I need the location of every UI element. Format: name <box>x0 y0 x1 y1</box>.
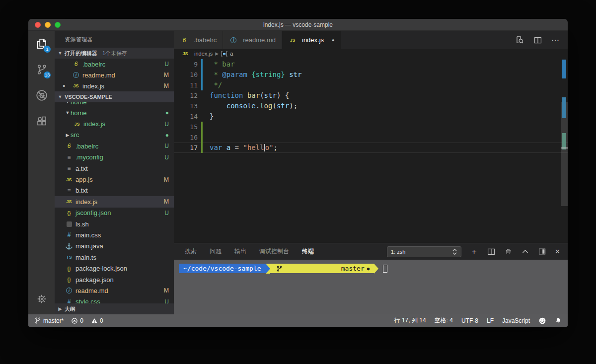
overview-ruler[interactable] <box>561 58 568 243</box>
activity-item-source-control[interactable]: 13 <box>28 57 55 82</box>
code-line[interactable]: 15 <box>174 122 568 132</box>
titlebar[interactable]: index.js — vscode-sample <box>28 19 568 31</box>
tree-item[interactable]: #style.cssU <box>55 296 174 303</box>
tab-index.js[interactable]: JSindex.js● <box>282 31 341 49</box>
code-line[interactable]: 13 console.log(str); <box>174 101 568 111</box>
breadcrumb-file[interactable]: index.js <box>194 51 213 57</box>
file-name: app.js <box>75 176 93 183</box>
code-line[interactable]: 14} <box>174 111 568 122</box>
status-label: LF <box>487 317 494 324</box>
bell-icon <box>555 317 562 324</box>
ts-icon: TS <box>65 255 74 260</box>
activity-item-explorer[interactable]: 1 <box>28 31 55 57</box>
tree-item[interactable]: {}package.json <box>55 274 174 285</box>
tree-folder[interactable]: ▶src● <box>55 130 174 141</box>
open-editors-header[interactable]: ▼ 打开的编辑器 1个未保存 <box>55 48 174 59</box>
status-item[interactable] <box>538 317 546 325</box>
status-item-UTF-8[interactable]: UTF-8 <box>461 317 478 324</box>
maximize-panel-button[interactable] <box>521 247 529 256</box>
tree-item[interactable]: TSmain.ts <box>55 252 174 263</box>
close-window-button[interactable] <box>35 22 41 28</box>
status-item-0[interactable]: 0 <box>91 317 103 324</box>
status-item-0[interactable]: 0 <box>71 317 83 324</box>
file-name: src <box>71 131 79 139</box>
tree-item[interactable]: JSindex.jsU <box>55 118 174 129</box>
file-name: main.java <box>75 242 103 250</box>
tree-item[interactable]: ≡b.txt <box>55 185 174 196</box>
js-icon: JS <box>72 83 80 88</box>
gutter-added-marker <box>201 122 203 132</box>
open-editor-item[interactable]: ireadme.mdM <box>55 70 174 80</box>
tree-item[interactable]: {}package-lock.json <box>55 263 174 274</box>
status-item--17-14[interactable]: 行 17, 列 14 <box>394 316 426 325</box>
tree-item[interactable]: ireadme.mdM <box>55 285 174 296</box>
kill-terminal-icon <box>504 247 513 256</box>
panel-tab-问题[interactable]: 问题 <box>210 247 222 256</box>
panel-tab-搜索[interactable]: 搜索 <box>185 247 197 256</box>
minimize-window-button[interactable] <box>45 22 51 28</box>
breadcrumb-symbol[interactable]: a <box>230 51 233 57</box>
code-line[interactable]: 16 <box>174 132 568 143</box>
close-panel-button[interactable]: ✕ <box>555 248 560 255</box>
maximize-panel-icon <box>521 247 529 256</box>
split-editor-button[interactable] <box>533 36 542 45</box>
cursor-position-marker <box>561 147 568 148</box>
tab-label: index.js <box>302 36 324 44</box>
panel-tab-输出[interactable]: 输出 <box>234 247 246 256</box>
tree-item[interactable]: ls.sh <box>55 218 174 229</box>
code-line[interactable]: 17var a = "hello"; <box>174 143 568 153</box>
file-name: jsconfig.json <box>75 209 111 217</box>
status-item--4[interactable]: 空格: 4 <box>435 316 453 325</box>
activity-item-debug[interactable] <box>28 82 55 108</box>
gutter-modified-marker <box>201 59 203 70</box>
tab-bar: 6.babelrcireadme.mdJSindex.js● ⋯ <box>174 31 568 49</box>
tree-item[interactable]: ≡a.txt <box>55 163 174 174</box>
code-line[interactable]: 12function bar(str) { <box>174 90 568 101</box>
editor-group: 6.babelrcireadme.mdJSindex.js● ⋯ JS inde… <box>174 31 568 314</box>
tree-item[interactable]: 6.babelrcU <box>55 141 174 151</box>
code-line[interactable]: 9 * bar <box>174 59 568 70</box>
outline-section-header[interactable]: ▶ 大纲 <box>55 303 174 314</box>
terminal-viewport[interactable]: ~/code/vscode-sample master ● <box>174 260 568 314</box>
sidebar-title: 资源管理器 <box>55 31 174 48</box>
open-editor-item[interactable]: ●JSindex.jsM <box>55 80 174 91</box>
tree-item-clipped[interactable]: ▼home <box>55 102 174 107</box>
open-changes-button[interactable] <box>515 35 524 45</box>
chevron-down-icon: ▼ <box>57 51 64 56</box>
more-actions-button[interactable]: ⋯ <box>551 35 560 45</box>
debug-icon <box>35 89 48 102</box>
kill-terminal-button[interactable] <box>504 247 513 256</box>
status-left: master*00 <box>34 317 103 324</box>
tab-readme.md[interactable]: ireadme.md <box>223 31 282 49</box>
activity-item-extensions[interactable] <box>28 108 55 134</box>
new-terminal-button[interactable]: ＋ <box>470 246 478 257</box>
split-terminal-button[interactable] <box>487 247 496 256</box>
code-line[interactable]: 10 * @param {string} str <box>174 70 568 80</box>
code-line[interactable]: 11 */ <box>174 80 568 90</box>
tab-.babelrc[interactable]: 6.babelrc <box>174 31 223 49</box>
tree-item[interactable]: JSindex.jsM <box>55 196 174 207</box>
status-item-JavaScript[interactable]: JavaScript <box>502 317 530 324</box>
zoom-window-button[interactable] <box>55 22 61 28</box>
open-editor-item[interactable]: 6.babelrcU <box>55 59 174 70</box>
tree-item[interactable]: #main.css <box>55 229 174 240</box>
project-section-header[interactable]: ▼ VSCODE-SAMPLE <box>55 91 174 102</box>
status-item[interactable] <box>555 317 562 324</box>
file-name: b.txt <box>75 187 88 194</box>
code-editor[interactable]: 9 * bar10 * @param {string} str11 */12fu… <box>174 58 568 243</box>
tree-item[interactable]: JSapp.jsM <box>55 174 174 185</box>
tab-dirty-dot[interactable]: ● <box>332 38 334 43</box>
panel-toolbar: 1: zsh ＋✕ <box>387 246 568 257</box>
folder-contains-changes-dot: ● <box>165 109 169 116</box>
warning-icon <box>91 317 98 324</box>
tree-item[interactable]: {}jsconfig.jsonU <box>55 208 174 218</box>
settings-gear-button[interactable] <box>36 293 47 306</box>
status-item-LF[interactable]: LF <box>487 317 494 324</box>
tree-item[interactable]: ≡.myconfigU <box>55 152 174 163</box>
tree-item[interactable]: ⚓main.java <box>55 241 174 252</box>
line-number: 17 <box>174 143 198 153</box>
move-panel-button[interactable] <box>538 247 546 256</box>
tree-folder[interactable]: ▼home● <box>55 107 174 118</box>
status-item-master-[interactable]: master* <box>34 317 64 324</box>
terminal-select[interactable]: 1: zsh <box>387 246 461 257</box>
